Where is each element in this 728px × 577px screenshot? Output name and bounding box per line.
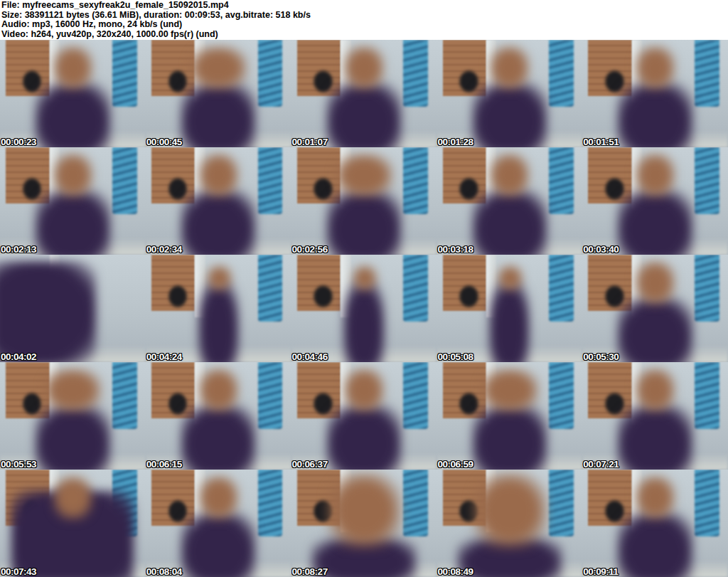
head-placeholder-layer	[472, 472, 547, 549]
head-placeholder-layer	[635, 475, 675, 520]
head-placeholder-layer	[207, 265, 232, 291]
curtain-layer	[112, 362, 137, 429]
video-frame-thumbnail: 00:02:56	[291, 147, 437, 255]
curtain-layer	[695, 147, 719, 214]
head-placeholder-layer	[335, 153, 393, 198]
video-frame-thumbnail: 00:08:49	[437, 470, 582, 577]
figure-placeholder-layer	[181, 405, 257, 470]
frame-timestamp: 00:02:34	[146, 244, 182, 255]
figure-placeholder-layer	[489, 282, 530, 362]
video-frame-thumbnail: 00:05:53	[0, 362, 146, 470]
video-frame-thumbnail: 00:04:24	[146, 255, 291, 362]
video-frame-thumbnail: 00:00:45	[146, 40, 291, 147]
head-placeholder-layer	[343, 368, 384, 413]
figure-placeholder-layer	[35, 83, 111, 147]
curtain-layer	[403, 40, 428, 107]
figure-placeholder-layer	[617, 297, 693, 362]
head-placeholder-layer	[198, 368, 239, 413]
figure-placeholder-layer	[198, 282, 239, 362]
figure-placeholder-layer	[326, 405, 402, 470]
frame-timestamp: 00:04:02	[1, 351, 36, 362]
video-frame-thumbnail: 00:01:51	[582, 40, 728, 147]
figure-placeholder-layer	[343, 282, 384, 362]
head-placeholder-layer	[198, 475, 239, 520]
video-frame-thumbnail: 00:00:23	[0, 40, 146, 147]
figure-placeholder-layer	[617, 190, 693, 255]
frame-timestamp: 00:00:45	[146, 137, 182, 147]
frame-timestamp: 00:04:24	[146, 351, 182, 362]
metadata-line-audio: Audio: mp3, 16000 Hz, mono, 24 kb/s (und…	[1, 20, 728, 30]
head-placeholder-layer	[635, 260, 675, 305]
head-placeholder-layer	[635, 368, 675, 413]
figure-placeholder-layer	[617, 512, 693, 577]
frame-timestamp: 00:01:51	[583, 137, 619, 147]
head-placeholder-layer	[326, 472, 402, 549]
video-frame-thumbnail: 00:06:37	[291, 362, 437, 470]
video-frame-thumbnail: 00:04:46	[291, 255, 437, 362]
curtain-layer	[403, 362, 428, 429]
curtain-layer	[112, 40, 137, 107]
video-frame-thumbnail: 00:06:59	[437, 362, 582, 470]
head-placeholder-layer	[489, 153, 530, 198]
video-frame-thumbnail: 00:05:30	[582, 255, 728, 362]
metadata-line-video: Video: h264, yuv420p, 320x240, 1000.00 f…	[1, 30, 728, 40]
figure-placeholder-layer	[326, 83, 402, 147]
head-placeholder-layer	[53, 153, 93, 198]
frame-timestamp: 00:04:46	[292, 351, 328, 362]
curtain-layer	[549, 362, 574, 429]
frame-timestamp: 00:08:49	[437, 566, 473, 577]
frame-timestamp: 00:03:18	[437, 244, 473, 255]
head-placeholder-layer	[53, 46, 93, 90]
fan-silhouette-layer	[168, 285, 188, 308]
curtain-layer	[695, 40, 719, 107]
curtain-layer	[549, 40, 574, 107]
curtain-layer	[258, 147, 283, 214]
curtain-layer	[258, 362, 283, 429]
fan-silhouette-layer	[459, 285, 479, 308]
curtain-layer	[695, 470, 719, 536]
figure-placeholder-layer	[617, 83, 693, 147]
video-frame-thumbnail: 00:06:15	[146, 362, 291, 470]
frame-timestamp: 00:00:23	[1, 137, 36, 147]
head-placeholder-layer	[353, 265, 378, 291]
frame-timestamp: 00:06:37	[292, 459, 328, 470]
video-frame-thumbnail: 00:02:13	[0, 147, 146, 255]
frame-timestamp: 00:07:43	[1, 566, 36, 577]
curtain-layer	[403, 470, 428, 536]
figure-placeholder-layer	[181, 190, 257, 255]
video-frame-thumbnail: 00:09:11	[582, 470, 728, 577]
figure-placeholder-layer	[326, 190, 402, 255]
head-placeholder-layer	[343, 46, 384, 90]
frame-timestamp: 00:02:56	[292, 244, 328, 255]
figure-placeholder-layer	[472, 83, 548, 147]
head-placeholder-layer	[43, 368, 102, 413]
head-placeholder-layer	[489, 46, 530, 90]
curtain-layer	[112, 147, 137, 214]
curtain-layer	[258, 470, 283, 536]
curtain-layer	[258, 255, 283, 322]
figure-placeholder-layer	[35, 405, 111, 470]
frame-timestamp: 00:05:53	[1, 459, 36, 470]
figure-placeholder-layer	[0, 261, 96, 362]
video-frame-thumbnail: 00:05:08	[437, 255, 582, 362]
curtain-layer	[695, 362, 719, 429]
frame-timestamp: 00:08:27	[292, 566, 328, 577]
thumbnail-grid: 00:00:2300:00:4500:01:0700:01:2800:01:51…	[0, 40, 728, 577]
curtain-layer	[403, 255, 428, 322]
video-contact-sheet: File: myfreecams_sexyfreak2u_female_1509…	[0, 0, 728, 577]
curtain-layer	[695, 255, 719, 322]
curtain-layer	[258, 40, 283, 107]
curtain-layer	[549, 147, 574, 214]
figure-placeholder-layer	[181, 83, 257, 147]
head-placeholder-layer	[53, 475, 93, 520]
figure-placeholder-layer	[472, 405, 548, 470]
frame-timestamp: 00:01:28	[437, 137, 473, 147]
figure-placeholder-layer	[181, 512, 257, 577]
video-frame-thumbnail: 00:01:07	[291, 40, 437, 147]
curtain-layer	[549, 255, 574, 322]
video-frame-thumbnail: 00:02:34	[146, 147, 291, 255]
metadata-line-file: File: myfreecams_sexyfreak2u_female_1509…	[1, 1, 728, 11]
head-placeholder-layer	[481, 368, 539, 413]
video-frame-thumbnail: 00:07:21	[582, 362, 728, 470]
curtain-layer	[403, 147, 428, 214]
